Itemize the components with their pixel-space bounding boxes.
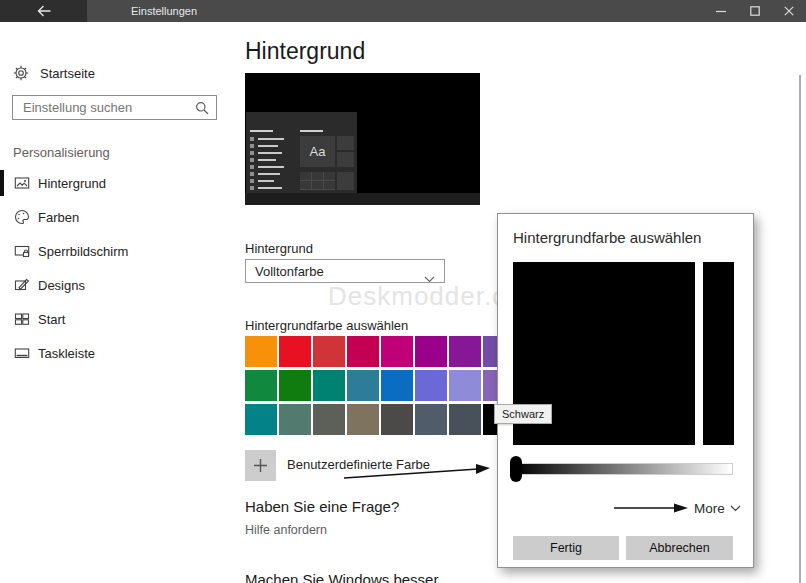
color-picker-dialog: Hintergrundfarbe auswählen More Fertig A… — [497, 213, 754, 568]
chevron-down-icon — [730, 505, 741, 512]
start-tiles-icon — [14, 311, 30, 327]
color-swatch[interactable] — [313, 404, 345, 435]
brightness-slider-track[interactable] — [514, 463, 733, 475]
lockscreen-icon — [14, 243, 30, 259]
color-swatch[interactable] — [245, 370, 277, 401]
preview-aa-tile: Aa — [300, 136, 335, 167]
sidebar-item-farben[interactable]: Farben — [0, 202, 240, 232]
background-dropdown-label: Hintergrund — [245, 241, 313, 256]
sidebar-item-hintergrund[interactable]: Hintergrund — [0, 168, 240, 198]
more-toggle[interactable]: More — [694, 501, 741, 516]
color-swatch[interactable] — [347, 404, 379, 435]
brightness-slider-thumb[interactable] — [510, 456, 522, 482]
help-link[interactable]: Hilfe anfordern — [245, 523, 327, 537]
color-swatch[interactable] — [279, 336, 311, 367]
cancel-button[interactable]: Abbrechen — [626, 536, 733, 560]
sidebar-item-taskleiste[interactable]: Taskleiste — [0, 338, 240, 368]
help-heading: Haben Sie eine Frage? — [245, 498, 399, 515]
annotation-arrow-more — [614, 502, 690, 514]
more-label: More — [694, 501, 725, 516]
close-button[interactable] — [772, 0, 806, 22]
color-swatch[interactable] — [279, 370, 311, 401]
gear-icon — [13, 65, 29, 81]
color-swatch[interactable] — [449, 370, 481, 401]
back-button[interactable] — [0, 0, 87, 22]
color-swatch[interactable] — [381, 370, 413, 401]
sidebar-item-home[interactable]: Startseite — [13, 65, 95, 81]
sidebar-item-label: Start — [38, 312, 65, 327]
minimize-icon — [716, 6, 726, 16]
search-box — [12, 95, 217, 120]
search-input[interactable] — [21, 96, 191, 119]
color-swatch[interactable] — [245, 404, 277, 435]
minimize-button[interactable] — [704, 0, 738, 22]
color-swatch[interactable] — [449, 336, 481, 367]
back-arrow-icon — [36, 4, 52, 18]
dialog-title: Hintergrundfarbe auswählen — [513, 229, 701, 246]
preview-app-list — [250, 135, 294, 191]
color-swatch[interactable] — [449, 404, 481, 435]
maximize-button[interactable] — [738, 0, 772, 22]
sidebar-item-start[interactable]: Start — [0, 304, 240, 334]
color-swatch[interactable] — [279, 404, 311, 435]
sidebar-item-sperrbildschirm[interactable]: Sperrbildschirm — [0, 236, 240, 266]
picture-icon — [14, 175, 30, 191]
palette-icon — [14, 209, 30, 225]
color-swatch[interactable] — [415, 404, 447, 435]
sidebar-item-designs[interactable]: Designs — [0, 270, 240, 300]
titlebar: Einstellungen — [0, 0, 806, 22]
brush-icon — [14, 277, 30, 293]
annotation-arrow — [342, 462, 492, 482]
sidebar-home-label: Startseite — [40, 66, 95, 81]
color-swatch[interactable] — [347, 370, 379, 401]
sidebar-item-label: Designs — [38, 278, 85, 293]
color-section-label: Hintergrundfarbe auswählen — [245, 318, 408, 333]
taskbar-icon — [14, 345, 30, 361]
color-swatch[interactable] — [381, 404, 413, 435]
done-button[interactable]: Fertig — [513, 536, 619, 560]
settings-window: Einstellungen Startseite — [0, 0, 806, 583]
color-swatch[interactable] — [415, 336, 447, 367]
color-swatch[interactable] — [347, 336, 379, 367]
color-swatch[interactable] — [313, 370, 345, 401]
background-preview: Aa — [245, 73, 480, 205]
vertical-scrollbar[interactable] — [799, 75, 801, 583]
sidebar-item-label: Sperrbildschirm — [38, 244, 128, 259]
sidebar-item-label: Hintergrund — [38, 176, 106, 191]
color-swatch[interactable] — [415, 370, 447, 401]
plus-icon — [245, 450, 276, 481]
window-title: Einstellungen — [131, 0, 197, 22]
selected-option: Volltonfarbe — [255, 264, 324, 279]
preview-start-menu: Aa — [246, 112, 357, 193]
sidebar: Startseite Personalisierung Hintergrund … — [0, 22, 240, 583]
preview-taskbar — [245, 193, 480, 205]
sidebar-section-label: Personalisierung — [13, 145, 110, 160]
color-preview-bar[interactable] — [703, 262, 734, 445]
sidebar-item-label: Taskleiste — [38, 346, 95, 361]
page-title: Hintergrund — [245, 38, 365, 65]
color-swatch[interactable] — [245, 336, 277, 367]
maximize-icon — [750, 6, 760, 16]
color-swatch[interactable] — [313, 336, 345, 367]
color-swatch[interactable] — [381, 336, 413, 367]
search-icon — [195, 101, 209, 119]
color-tooltip: Schwarz — [494, 404, 552, 424]
color-palette — [245, 336, 515, 435]
close-icon — [784, 6, 794, 16]
sidebar-item-label: Farben — [38, 210, 79, 225]
feedback-heading: Machen Sie Windows besser — [245, 571, 438, 583]
